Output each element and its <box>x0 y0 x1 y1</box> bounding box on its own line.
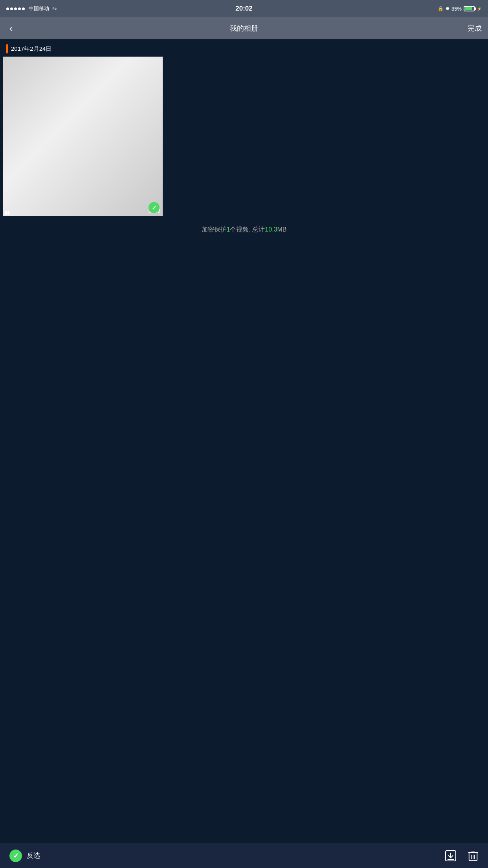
date-section: 2017年2月24日 <box>0 39 488 57</box>
video-play-icon <box>5 211 10 215</box>
selected-check: ✓ <box>149 202 160 213</box>
battery-percent: 85% <box>451 6 462 12</box>
charging-icon: ⚡ <box>477 7 482 11</box>
svg-rect-1 <box>7 211 9 215</box>
toolbar-right <box>445 850 479 862</box>
signal-dots <box>6 7 25 10</box>
back-button[interactable]: ‹ <box>6 20 16 37</box>
summary-suffix: MB <box>277 226 286 233</box>
video-indicator <box>5 211 10 215</box>
summary-text: 加密保护1个视频, 总计10.3MB <box>0 216 488 243</box>
battery-bar <box>464 6 475 11</box>
page-title: 我的相册 <box>230 24 258 33</box>
status-left: 中国移动 ↬ <box>6 5 57 12</box>
date-indicator <box>6 44 8 53</box>
check-icon: ✓ <box>152 204 157 211</box>
download-icon <box>445 850 457 862</box>
signal-dot-1 <box>6 7 9 10</box>
status-right: 🔒 ✸ 85% ⚡ <box>438 6 482 12</box>
toolbar-left: ✓ 反选 <box>9 850 40 862</box>
summary-size: 10.3 <box>265 226 277 233</box>
done-button[interactable]: 完成 <box>468 24 482 33</box>
bottom-toolbar: ✓ 反选 <box>0 843 488 868</box>
lock-icon: 🔒 <box>438 6 444 11</box>
deselect-button[interactable]: 反选 <box>27 851 40 860</box>
photo-thumbnail <box>3 57 163 216</box>
photo-item-0[interactable]: 09:06 ✓ <box>3 57 163 216</box>
nav-bar: ‹ 我的相册 完成 <box>0 17 488 39</box>
summary-prefix: 加密保护 <box>202 226 227 233</box>
signal-dot-4 <box>18 7 21 10</box>
signal-dot-5 <box>22 7 25 10</box>
signal-dot-3 <box>14 7 17 10</box>
delete-button[interactable] <box>468 850 479 861</box>
carrier-label: 中国移动 <box>29 5 49 12</box>
signal-dot-2 <box>10 7 13 10</box>
date-label: 2017年2月24日 <box>11 45 51 53</box>
wifi-icon: ↬ <box>52 6 57 12</box>
deselect-check-icon[interactable]: ✓ <box>9 850 22 862</box>
phone-screen: 中国移动 ↬ 20:02 🔒 ✸ 85% ⚡ ‹ 我的相册 完成 2017年2月… <box>0 0 488 868</box>
download-button[interactable] <box>445 850 457 862</box>
photo-grid: 09:06 ✓ <box>0 57 488 216</box>
battery-fill <box>465 7 472 10</box>
status-bar: 中国移动 ↬ 20:02 🔒 ✸ 85% ⚡ <box>0 0 488 17</box>
svg-rect-0 <box>5 211 7 215</box>
delete-icon <box>468 850 479 861</box>
status-time: 20:02 <box>235 5 252 13</box>
main-content: 2017年2月24日 09:06 ✓ <box>0 39 488 843</box>
bluetooth-icon: ✸ <box>446 6 449 11</box>
summary-middle: 个视频, 总计 <box>230 226 265 233</box>
